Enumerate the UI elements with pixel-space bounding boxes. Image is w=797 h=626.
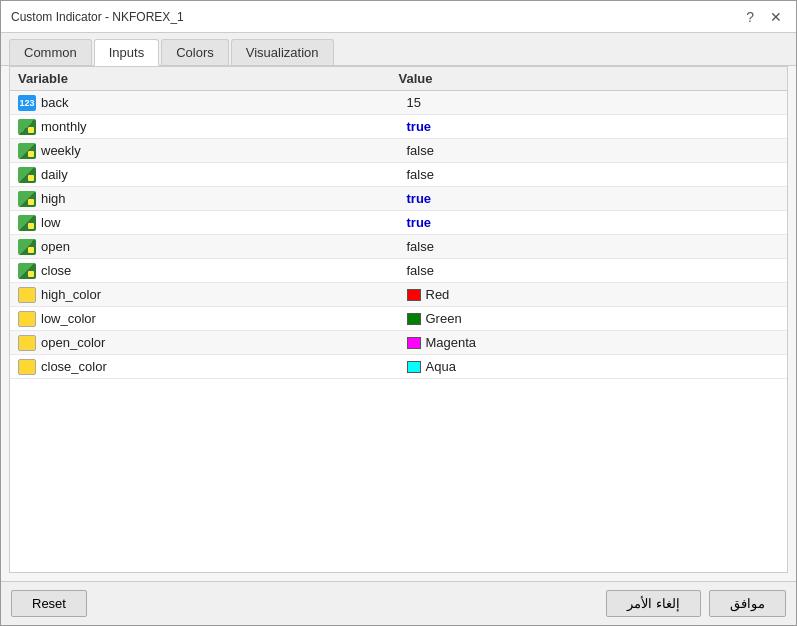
variable-cell: low_color xyxy=(10,308,399,330)
value-text: true xyxy=(407,215,432,230)
variable-name: high xyxy=(41,191,66,206)
variable-name: weekly xyxy=(41,143,81,158)
variable-cell: 123back xyxy=(10,92,399,114)
variable-cell: low xyxy=(10,212,399,234)
variable-name: monthly xyxy=(41,119,87,134)
value-text: false xyxy=(407,167,434,182)
table-row[interactable]: 123back15 xyxy=(10,91,787,115)
col-variable-header: Variable xyxy=(18,71,399,86)
bool-icon xyxy=(18,167,36,183)
value-cell: Magenta xyxy=(399,332,788,353)
color-icon xyxy=(18,359,36,375)
value-cell: false xyxy=(399,260,788,281)
variable-cell: high_color xyxy=(10,284,399,306)
value-cell: Red xyxy=(399,284,788,305)
table-row[interactable]: close_colorAqua xyxy=(10,355,787,379)
color-icon xyxy=(18,287,36,303)
numeric-icon: 123 xyxy=(18,95,36,111)
reset-button[interactable]: Reset xyxy=(11,590,87,617)
color-icon xyxy=(18,311,36,327)
title-bar: Custom Indicator - NKFOREX_1 ? ✕ xyxy=(1,1,796,33)
value-text: Red xyxy=(426,287,450,302)
bool-icon xyxy=(18,239,36,255)
color-swatch xyxy=(407,313,421,325)
table-row[interactable]: high_colorRed xyxy=(10,283,787,307)
variable-cell: close_color xyxy=(10,356,399,378)
value-cell: false xyxy=(399,236,788,257)
color-swatch xyxy=(407,361,421,373)
value-text: Green xyxy=(426,311,462,326)
table-header: Variable Value xyxy=(10,67,787,91)
table-row[interactable]: low_colorGreen xyxy=(10,307,787,331)
close-button[interactable]: ✕ xyxy=(766,9,786,25)
value-cell: true xyxy=(399,188,788,209)
variable-name: daily xyxy=(41,167,68,182)
value-cell: Green xyxy=(399,308,788,329)
variable-name: open_color xyxy=(41,335,105,350)
window-title: Custom Indicator - NKFOREX_1 xyxy=(11,10,184,24)
tab-bar: Common Inputs Colors Visualization xyxy=(1,33,796,66)
table-body: 123back15monthlytrueweeklyfalsedailyfals… xyxy=(10,91,787,572)
cancel-button[interactable]: إلغاء الأمر xyxy=(606,590,701,617)
bool-icon xyxy=(18,263,36,279)
bool-icon xyxy=(18,143,36,159)
table-row[interactable]: dailyfalse xyxy=(10,163,787,187)
variable-cell: high xyxy=(10,188,399,210)
table-row[interactable]: closefalse xyxy=(10,259,787,283)
variable-cell: monthly xyxy=(10,116,399,138)
variable-cell: daily xyxy=(10,164,399,186)
value-text: false xyxy=(407,239,434,254)
value-text: Magenta xyxy=(426,335,477,350)
value-cell: false xyxy=(399,164,788,185)
color-icon xyxy=(18,335,36,351)
value-cell: 15 xyxy=(399,92,788,113)
variable-name: low_color xyxy=(41,311,96,326)
table-row[interactable]: open_colorMagenta xyxy=(10,331,787,355)
variable-cell: open xyxy=(10,236,399,258)
content-area: Variable Value 123back15monthlytrueweekl… xyxy=(9,66,788,573)
tab-inputs[interactable]: Inputs xyxy=(94,39,159,66)
value-text: true xyxy=(407,191,432,206)
value-text: 15 xyxy=(407,95,421,110)
table-row[interactable]: monthlytrue xyxy=(10,115,787,139)
variable-name: high_color xyxy=(41,287,101,302)
variable-name: back xyxy=(41,95,68,110)
value-cell: Aqua xyxy=(399,356,788,377)
footer-left: Reset xyxy=(11,590,598,617)
value-text: false xyxy=(407,143,434,158)
value-cell: false xyxy=(399,140,788,161)
help-button[interactable]: ? xyxy=(742,9,758,25)
tab-common[interactable]: Common xyxy=(9,39,92,65)
value-cell: true xyxy=(399,212,788,233)
color-swatch xyxy=(407,337,421,349)
table-row[interactable]: hightrue xyxy=(10,187,787,211)
value-text: false xyxy=(407,263,434,278)
table-row[interactable]: lowtrue xyxy=(10,211,787,235)
variable-name: open xyxy=(41,239,70,254)
variable-cell: open_color xyxy=(10,332,399,354)
variable-cell: weekly xyxy=(10,140,399,162)
value-text: Aqua xyxy=(426,359,456,374)
footer: Reset إلغاء الأمر موافق xyxy=(1,581,796,625)
table-row[interactable]: weeklyfalse xyxy=(10,139,787,163)
color-swatch xyxy=(407,289,421,301)
value-cell: true xyxy=(399,116,788,137)
value-text: true xyxy=(407,119,432,134)
bool-icon xyxy=(18,191,36,207)
variable-cell: close xyxy=(10,260,399,282)
ok-button[interactable]: موافق xyxy=(709,590,786,617)
variable-name: close_color xyxy=(41,359,107,374)
main-window: Custom Indicator - NKFOREX_1 ? ✕ Common … xyxy=(0,0,797,626)
tab-colors[interactable]: Colors xyxy=(161,39,229,65)
bool-icon xyxy=(18,215,36,231)
col-value-header: Value xyxy=(399,71,780,86)
variable-name: low xyxy=(41,215,61,230)
title-bar-controls: ? ✕ xyxy=(742,9,786,25)
variable-name: close xyxy=(41,263,71,278)
bool-icon xyxy=(18,119,36,135)
table-row[interactable]: openfalse xyxy=(10,235,787,259)
tab-visualization[interactable]: Visualization xyxy=(231,39,334,65)
